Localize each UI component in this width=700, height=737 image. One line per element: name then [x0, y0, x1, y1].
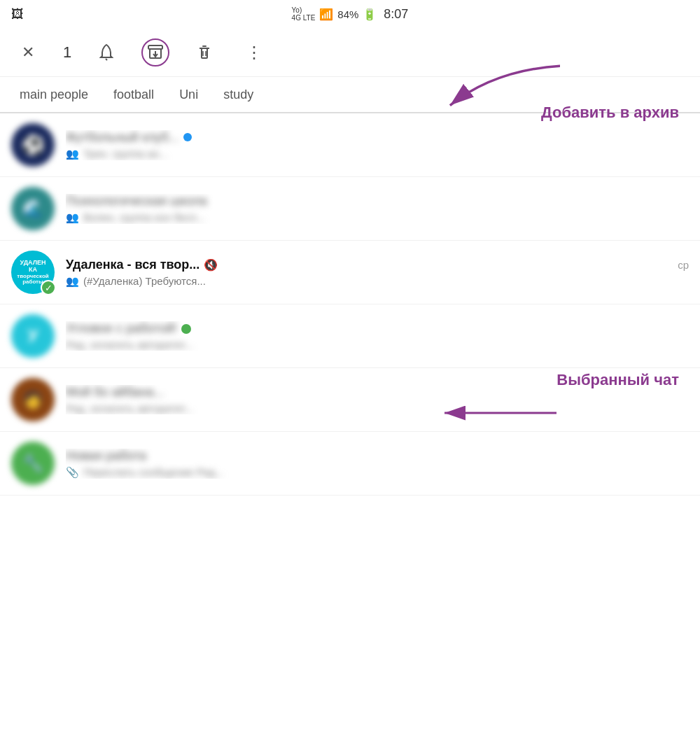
avatar-wrapper-3: УДАЛЕНКА творческой работы ✓	[11, 251, 55, 294]
avatar-5: 🧑	[11, 378, 55, 421]
chat-preview-5: Ряд. оплатить авторитет...	[66, 402, 193, 414]
chat-preview-row-1: 👥 Трен. группа ан...	[66, 148, 689, 160]
green-dot-4	[181, 324, 191, 334]
chat-name-5: Мой бо айбана...	[66, 385, 164, 400]
avatar-2: 🌊	[11, 187, 55, 230]
status-bar: 🖼 Yo) 4G LTE 📶 84% 🔋 8:07	[0, 0, 700, 28]
archive-button[interactable]	[141, 38, 169, 66]
chat-content-3: Удаленка - вся твор... 🔇 ср 👥 (#Удаленка…	[66, 258, 689, 288]
gallery-icon: 🖼	[11, 7, 24, 22]
group-icon-1: 👥	[66, 148, 79, 160]
group-icon-3: 👥	[66, 275, 79, 288]
chat-preview-6: Переслать сообщение Ряд...	[83, 466, 223, 478]
chat-preview-row-4: Ряд. оплатить авторитет...	[66, 339, 689, 351]
avatar-wrapper-5: 🧑	[11, 378, 55, 421]
status-bar-center: Yo) 4G LTE 📶 84% 🔋 8:07	[292, 6, 409, 22]
avatar-wrapper-1: ⚽	[11, 123, 55, 167]
selected-check-3: ✓	[41, 280, 56, 295]
avatar-4: У	[11, 314, 55, 358]
avatar-1: ⚽	[11, 123, 55, 167]
chat-title-row-2: Психологическая школа	[66, 194, 689, 209]
more-button[interactable]: ⋮	[239, 38, 267, 66]
chat-content-6: Новая работа 📎 Переслать сообщение Ряд..…	[66, 449, 689, 479]
tab-football[interactable]: football	[101, 77, 167, 112]
chat-item-4[interactable]: У Угловое с работой! Ряд. оплатить автор…	[0, 304, 700, 368]
chat-preview-4: Ряд. оплатить авторитет...	[66, 339, 193, 351]
chat-title-row-6: Новая работа	[66, 449, 689, 463]
chat-title-row-4: Угловое с работой!	[66, 321, 689, 336]
avatar-6: 🔧	[11, 442, 55, 485]
close-button[interactable]: ✕	[14, 38, 42, 66]
mute-icon-3: 🔇	[204, 258, 218, 272]
delete-button[interactable]	[190, 38, 218, 66]
chat-preview-3: (#Удаленка) Требуются...	[83, 275, 206, 287]
chat-item-6[interactable]: 🔧 Новая работа 📎 Переслать сообщение Ряд…	[0, 432, 700, 496]
status-bar-left: 🖼	[11, 7, 24, 22]
chat-name-4: Угловое с работой!	[66, 321, 177, 336]
chat-content-2: Психологическая школа 👥 Волен, группа ко…	[66, 194, 689, 224]
chat-content-5: Мой бо айбана... Ряд. оплатить авторитет…	[66, 385, 689, 414]
chat-annotation: Выбранный чат	[556, 371, 679, 389]
svg-line-1	[106, 59, 107, 60]
chat-preview-2: Волен, группа кон бесп...	[83, 211, 205, 223]
chat-name-1: Футбольный клуб...	[66, 130, 179, 145]
tab-main-people[interactable]: main people	[7, 77, 101, 112]
chat-preview-row-2: 👥 Волен, группа кон бесп...	[66, 211, 689, 224]
chat-preview-row-6: 📎 Переслать сообщение Ряд...	[66, 466, 689, 479]
tab-study[interactable]: study	[211, 77, 266, 112]
chat-name-6: Новая работа	[66, 449, 146, 463]
chat-preview-row-3: 👥 (#Удаленка) Требуются...	[66, 275, 689, 288]
tab-uni[interactable]: Uni	[167, 77, 211, 112]
signal-bars: 📶	[319, 8, 333, 21]
battery-text: 84%	[337, 8, 358, 20]
chat-preview-row-5: Ряд. оплатить авторитет...	[66, 402, 689, 414]
group-icon-2: 👥	[66, 211, 79, 224]
battery-icon: 🔋	[363, 8, 377, 21]
chat-content-4: Угловое с работой! Ряд. оплатить авторит…	[66, 321, 689, 351]
action-bar: ✕ 1 ⋮	[0, 28, 700, 77]
chat-title-row-1: Футбольный клуб...	[66, 130, 689, 145]
avatar-wrapper-2: 🌊	[11, 187, 55, 230]
chat-item-2[interactable]: 🌊 Психологическая школа 👥 Волен, группа …	[0, 177, 700, 241]
svg-rect-5	[202, 48, 207, 58]
chat-item-3[interactable]: УДАЛЕНКА творческой работы ✓ Удаленка - …	[0, 241, 700, 304]
chat-list: ⚽ Футбольный клуб... 👥 Трен. группа ан..…	[0, 113, 700, 496]
blue-dot-1	[183, 133, 192, 141]
chat-name-2: Психологическая школа	[66, 194, 207, 209]
group-icon-6: 📎	[66, 466, 79, 479]
mute-button[interactable]	[92, 38, 120, 66]
avatar-wrapper-4: У	[11, 314, 55, 358]
chat-preview-1: Трен. группа ан...	[83, 148, 168, 160]
chat-item-1[interactable]: ⚽ Футбольный клуб... 👥 Трен. группа ан..…	[0, 113, 700, 177]
chat-time-3: ср	[678, 259, 689, 271]
selection-count: 1	[63, 43, 71, 62]
chat-title-row-3: Удаленка - вся твор... 🔇 ср	[66, 258, 689, 272]
chat-content-1: Футбольный клуб... 👥 Трен. группа ан...	[66, 130, 689, 160]
avatar-wrapper-6: 🔧	[11, 442, 55, 485]
chat-name-3: Удаленка - вся твор...	[66, 258, 200, 272]
time-text: 8:07	[384, 7, 408, 22]
signal-text: Yo) 4G LTE	[292, 6, 316, 22]
